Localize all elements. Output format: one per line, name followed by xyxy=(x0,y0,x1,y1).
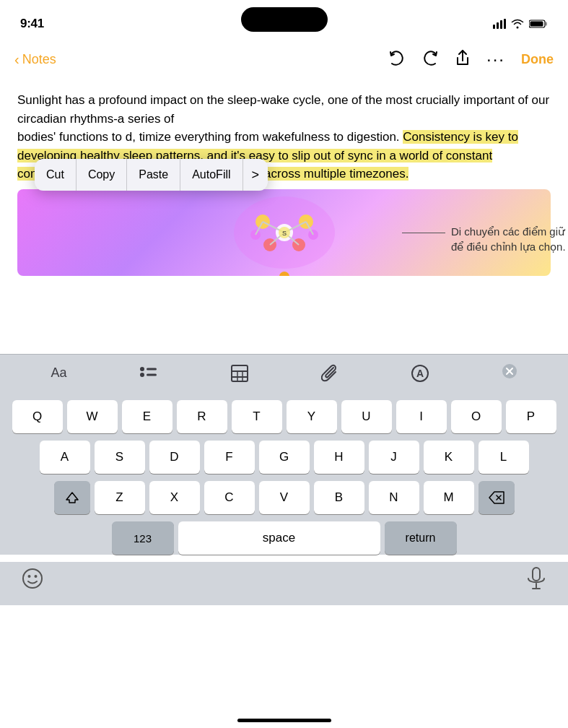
back-button[interactable]: ‹ Notes xyxy=(14,51,87,68)
key-r[interactable]: R xyxy=(177,400,227,433)
font-button[interactable]: Aa xyxy=(51,365,66,381)
annotation-line xyxy=(402,233,445,233)
key-m[interactable]: M xyxy=(424,481,474,514)
context-menu: Cut Copy Paste AutoFill > xyxy=(35,159,268,191)
emoji-button[interactable] xyxy=(22,568,43,592)
key-o[interactable]: O xyxy=(451,400,502,433)
content-area: Sunlight has a profound impact on the sl… xyxy=(0,79,568,354)
key-s[interactable]: S xyxy=(95,441,145,474)
keyboard-row-2: A S D F G H J K L xyxy=(4,441,564,474)
return-key[interactable]: return xyxy=(385,521,457,555)
key-v[interactable]: V xyxy=(259,481,310,514)
note-text: Sunlight has a profound impact on the sl… xyxy=(17,91,551,183)
format-icon: A xyxy=(411,365,429,382)
signal-icon xyxy=(493,19,506,29)
key-g[interactable]: G xyxy=(259,441,310,474)
keyboard-row-3: Z X C V B N M xyxy=(4,481,564,514)
more-context-button[interactable]: > xyxy=(243,159,268,191)
key-z[interactable]: Z xyxy=(95,481,145,514)
nav-actions: ··· Done xyxy=(388,49,554,70)
keyboard: Q W E R T Y U I O P A S D F G H J K L Z … xyxy=(0,391,568,555)
more-button[interactable]: ··· xyxy=(486,49,505,69)
svg-rect-5 xyxy=(530,22,543,27)
close-toolbar-button[interactable] xyxy=(502,363,517,383)
key-t[interactable]: T xyxy=(232,400,282,433)
key-n[interactable]: N xyxy=(369,481,419,514)
attach-button[interactable] xyxy=(321,364,338,383)
paste-button[interactable]: Paste xyxy=(127,159,180,191)
svg-text:A: A xyxy=(416,368,424,379)
key-p[interactable]: P xyxy=(506,400,556,433)
space-key[interactable]: space xyxy=(178,521,380,555)
key-u[interactable]: U xyxy=(341,400,392,433)
key-f[interactable]: F xyxy=(204,441,255,474)
emoji-icon xyxy=(22,568,43,589)
key-e[interactable]: E xyxy=(122,400,172,433)
key-y[interactable]: Y xyxy=(287,400,337,433)
key-w[interactable]: W xyxy=(67,400,118,433)
svg-rect-26 xyxy=(147,373,157,376)
shift-key[interactable] xyxy=(54,481,90,514)
key-c[interactable]: C xyxy=(204,481,255,514)
undo-icon xyxy=(388,50,406,66)
wifi-icon xyxy=(511,19,524,29)
note-text-before: Sunlight has a profound impact on the sl… xyxy=(17,93,549,126)
format-button[interactable]: A xyxy=(411,365,429,382)
delete-icon xyxy=(489,491,504,504)
key-j[interactable]: J xyxy=(369,441,419,474)
status-bar: 9:41 xyxy=(0,0,568,39)
svg-rect-0 xyxy=(493,25,495,29)
key-q[interactable]: Q xyxy=(12,400,63,433)
svg-rect-1 xyxy=(497,22,499,29)
key-a[interactable]: A xyxy=(40,441,90,474)
autofill-button[interactable]: AutoFill xyxy=(180,159,243,191)
share-button[interactable] xyxy=(455,49,471,70)
key-b[interactable]: B xyxy=(314,481,364,514)
battery-icon xyxy=(529,19,548,29)
svg-rect-2 xyxy=(500,20,502,29)
share-icon xyxy=(455,49,471,66)
undo-button[interactable] xyxy=(388,50,406,69)
svg-text:S: S xyxy=(282,230,287,237)
svg-rect-25 xyxy=(147,368,157,370)
key-d[interactable]: D xyxy=(149,441,200,474)
table-icon xyxy=(231,365,248,382)
key-l[interactable]: L xyxy=(479,441,529,474)
molecule-image: S xyxy=(227,193,342,272)
copy-button[interactable]: Copy xyxy=(77,159,127,191)
numbers-key[interactable]: 123 xyxy=(112,521,174,555)
key-i[interactable]: I xyxy=(396,400,447,433)
svg-rect-6 xyxy=(546,22,548,26)
key-h[interactable]: H xyxy=(314,441,364,474)
bottom-bar xyxy=(0,562,568,605)
shift-icon xyxy=(66,491,79,504)
key-k[interactable]: K xyxy=(424,441,474,474)
svg-point-39 xyxy=(23,569,42,588)
key-x[interactable]: X xyxy=(149,481,200,514)
attach-icon xyxy=(321,364,338,383)
svg-rect-27 xyxy=(232,365,248,381)
svg-point-23 xyxy=(140,367,144,371)
svg-point-40 xyxy=(28,575,31,578)
redo-button[interactable] xyxy=(421,50,439,69)
annotation: Di chuyển các điểm giữ để điều chỉnh lựa… xyxy=(402,224,568,254)
keyboard-row-1: Q W E R T Y U I O P xyxy=(4,400,564,433)
mic-button[interactable] xyxy=(526,567,546,593)
annotation-text: Di chuyển các điểm giữ để điều chỉnh lựa… xyxy=(445,224,568,254)
close-icon xyxy=(502,363,517,379)
nav-bar: ‹ Notes ··· Done xyxy=(0,39,568,79)
back-chevron-icon: ‹ xyxy=(14,51,19,68)
done-button[interactable]: Done xyxy=(521,52,554,67)
keyboard-row-bottom: 123 space return xyxy=(4,521,564,555)
list-button[interactable] xyxy=(139,365,158,381)
mic-icon xyxy=(526,567,546,590)
dynamic-island xyxy=(241,7,328,32)
delete-key[interactable] xyxy=(479,481,515,514)
note-text-middle: bodies' functions to d, timize everythin… xyxy=(17,130,403,144)
status-icons xyxy=(493,19,548,29)
cut-button[interactable]: Cut xyxy=(35,159,77,191)
table-button[interactable] xyxy=(231,365,248,382)
home-indicator xyxy=(237,719,331,722)
svg-rect-3 xyxy=(504,19,506,29)
svg-rect-42 xyxy=(533,568,540,581)
